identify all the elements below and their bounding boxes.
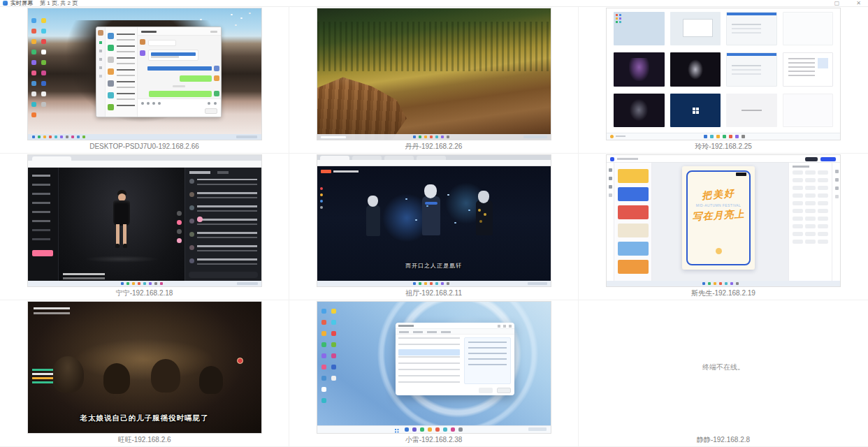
chat-header [138,27,221,36]
terminal-cell: 小雷-192.168.2.38 [289,300,579,447]
chat-right-avatars [214,66,219,71]
left-icon-rail [607,163,614,281]
poster-canvas: 把美好 MID-AUTUMN FESTIVAL 写在月亮上 [682,166,755,270]
terminal-label: 祖厅-192.168.2.11 [405,289,462,298]
taskbar-icons [32,135,35,138]
red-seal-icon [237,358,243,364]
terminal-label: DESKTOP-PSDJ7U0-192.168.2.66 [89,142,199,151]
window-titlebar: 实时屏幕 第 1 页, 共 2 页 ▢ ✕ [0,0,868,7]
taskbar-search [320,135,347,139]
tools-panel-title [793,166,809,168]
screen-thumbnail-lingling[interactable] [607,8,840,140]
chat-conversation-list [106,27,138,117]
chat-input-area [138,98,221,117]
poster-line3: 写在月亮上 [682,207,755,224]
terminal-label: 静静-192.168.2.8 [697,436,750,444]
file-thumbnail [614,52,665,86]
terminal-cell: 终端不在线。 静静-192.168.2.8 [579,300,868,447]
file-thumbnail [670,52,721,86]
dancer-shoes [115,244,120,248]
desktop-icons [321,309,326,314]
terminal-label: 斯先生-192.168.2.19 [691,289,755,298]
like-action-icons [177,211,182,216]
comments-panel [185,168,261,281]
dialog-toolbar [396,329,514,335]
taskbar [28,134,261,140]
browser-tabstrip [28,155,261,161]
terminal-cell: 老太娘说自己的儿子服徭役时嗝屁了 旺旺-192.168.2.6 [0,300,289,447]
template-cards [618,169,649,183]
screen-thumbnail-dandan[interactable] [317,8,551,140]
chat-bubble-green [149,91,212,97]
character-center [422,196,440,235]
right-icon-rail [832,163,840,281]
video-player [59,168,185,281]
file-thumbnail [783,94,834,127]
chat-send-button [205,108,217,114]
taskbar [28,281,261,286]
chat-left-avatars [140,39,145,45]
file-thumbnail [670,94,721,127]
offline-message: 终端不在线。 [702,362,744,372]
video-overlay-badge [321,170,331,173]
taskbar-icons [121,282,124,285]
stage-light [84,256,159,263]
taskbar [607,281,840,286]
dialog-buttons [497,388,511,393]
terminal-cell: 而开口之人正是凰轩 祖厅-192.168.2.11 [289,154,579,300]
terminal-cell: 玲玲-192.168.2.25 [579,7,868,154]
poster-text: 把美好 MID-AUTUMN FESTIVAL 写在月亮上 [682,189,755,222]
poster-line1: 把美好 [681,186,755,205]
taskbar-icons [702,282,705,285]
screen-thumbnail-wangwang[interactable]: 老太娘说自己的儿子服徭役时嗝屁了 [28,302,261,433]
screen-thumbnail-desktop-psdj7u0[interactable] [28,8,261,140]
toolbar-primary-button [820,157,836,161]
tools-buttons-grid [793,170,803,175]
file-thumbnail [670,12,721,45]
taskbar-icons [413,282,416,285]
comment-avatars [189,179,194,184]
taskbar-tray [236,135,257,138]
desktop-icons [31,18,36,23]
terminal-label: 丹丹-192.168.2.26 [405,142,463,151]
file-thumbnail [614,12,665,45]
browser-toolbar [28,161,261,168]
seated-figures [52,356,84,393]
window-controls: ▢ ✕ [834,0,861,7]
dancer-body [113,200,130,226]
browser-toolbar [317,160,551,166]
terminal-cell: DESKTOP-PSDJ7U0-192.168.2.66 [0,7,289,154]
chat-time-divider [173,85,185,87]
terminal-label: 玲玲-192.168.2.25 [695,142,752,151]
dialog-detail-panel [464,337,511,384]
right-tools-panel [788,163,832,281]
danmaku-text-lines [32,369,53,371]
poster-badge [736,173,746,176]
toolbar-dark-button [805,157,818,161]
screen-thumbnail-xiaolei[interactable] [317,302,551,433]
dialog-list [398,337,460,384]
taskbar [317,281,551,286]
chat-main-area [138,27,221,117]
movie-subtitle: 老太娘说自己的儿子服徭役时嗝屁了 [28,413,261,423]
screen-thumbnail-ningning[interactable] [28,155,261,286]
taskbar [317,425,551,433]
chat-app-window [96,27,222,117]
taskbar-tray [523,135,547,138]
chat-message-area [138,36,221,98]
screen-thumbnail-zuting[interactable]: 而开口之人正是凰轩 [317,155,551,286]
screen-thumbnail-offline[interactable]: 终端不在线。 [607,302,840,433]
taskbar-tray [528,427,547,431]
maximize-button[interactable]: ▢ [834,0,840,7]
screen-thumbnail-mr-si[interactable]: 把美好 MID-AUTUMN FESTIVAL 写在月亮上 [607,155,840,286]
terminal-cell: 宁宁-192.168.2.18 [0,154,289,300]
file-thumbnail [726,94,777,127]
page-side-icons [320,187,323,190]
overlay-text-lines [34,307,70,309]
app-icon [3,1,8,6]
media-thumbnail-grid [614,12,833,127]
file-thumbnail [614,94,665,127]
character-left [366,205,380,236]
terminal-label: 旺旺-192.168.2.6 [117,436,171,444]
close-button[interactable]: ✕ [856,0,861,7]
